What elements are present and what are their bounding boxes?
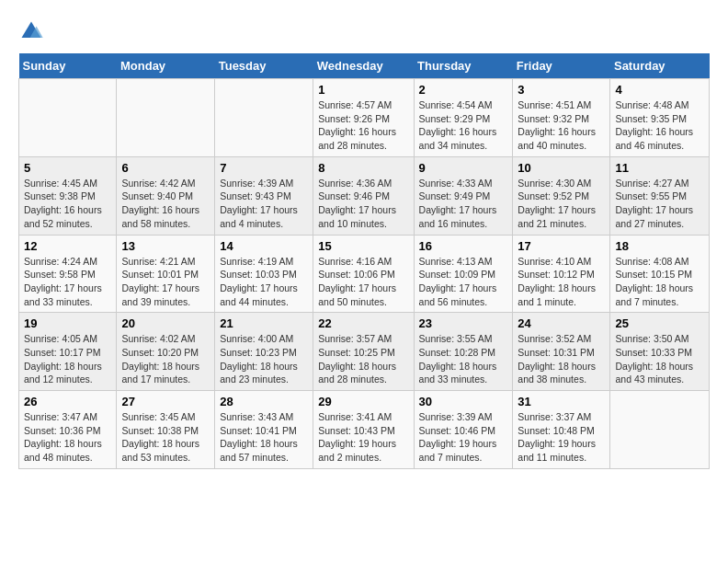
calendar-cell: 7Sunrise: 4:39 AM Sunset: 9:43 PM Daylig… [215, 156, 313, 235]
day-number: 20 [121, 316, 210, 330]
calendar-cell: 11Sunrise: 4:27 AM Sunset: 9:55 PM Dayli… [610, 156, 710, 235]
calendar-cell: 26Sunrise: 3:47 AM Sunset: 10:36 PM Dayl… [19, 391, 117, 469]
week-row-3: 19Sunrise: 4:05 AM Sunset: 10:17 PM Dayl… [19, 313, 710, 391]
day-number: 9 [419, 161, 508, 175]
day-number: 13 [121, 239, 210, 253]
calendar-cell: 8Sunrise: 4:36 AM Sunset: 9:46 PM Daylig… [313, 156, 414, 235]
calendar-cell: 12Sunrise: 4:24 AM Sunset: 9:58 PM Dayli… [19, 235, 117, 313]
calendar-cell: 1Sunrise: 4:57 AM Sunset: 9:26 PM Daylig… [313, 79, 414, 157]
calendar-page: SundayMondayTuesdayWednesdayThursdayFrid… [0, 0, 728, 478]
day-number: 15 [318, 239, 408, 253]
calendar-cell: 14Sunrise: 4:19 AM Sunset: 10:03 PM Dayl… [215, 235, 313, 313]
day-number: 4 [615, 83, 704, 97]
calendar-cell: 15Sunrise: 4:16 AM Sunset: 10:06 PM Dayl… [313, 235, 414, 313]
day-info: Sunrise: 4:33 AM Sunset: 9:49 PM Dayligh… [419, 177, 508, 231]
day-number: 10 [518, 161, 605, 175]
day-number: 31 [518, 395, 605, 408]
day-number: 7 [220, 161, 308, 175]
day-info: Sunrise: 4:05 AM Sunset: 10:17 PM Daylig… [24, 332, 111, 386]
day-number: 25 [615, 316, 704, 330]
day-number: 22 [318, 316, 408, 330]
calendar-cell: 17Sunrise: 4:10 AM Sunset: 10:12 PM Dayl… [513, 235, 610, 313]
day-info: Sunrise: 4:13 AM Sunset: 10:09 PM Daylig… [419, 255, 508, 309]
day-number: 3 [518, 83, 605, 97]
weekday-header-monday: Monday [117, 53, 215, 79]
day-info: Sunrise: 4:36 AM Sunset: 9:46 PM Dayligh… [318, 177, 408, 231]
day-number: 18 [615, 239, 704, 253]
day-info: Sunrise: 4:39 AM Sunset: 9:43 PM Dayligh… [220, 177, 308, 231]
day-info: Sunrise: 3:52 AM Sunset: 10:31 PM Daylig… [518, 332, 605, 386]
calendar-cell: 25Sunrise: 3:50 AM Sunset: 10:33 PM Dayl… [610, 313, 710, 391]
day-info: Sunrise: 4:45 AM Sunset: 9:38 PM Dayligh… [24, 177, 111, 231]
day-number: 2 [419, 83, 508, 97]
calendar-cell: 6Sunrise: 4:42 AM Sunset: 9:40 PM Daylig… [117, 156, 215, 235]
day-info: Sunrise: 3:37 AM Sunset: 10:48 PM Daylig… [518, 410, 605, 465]
calendar-cell: 9Sunrise: 4:33 AM Sunset: 9:49 PM Daylig… [414, 156, 513, 235]
day-info: Sunrise: 4:54 AM Sunset: 9:29 PM Dayligh… [419, 98, 508, 153]
calendar-cell [19, 79, 117, 157]
day-info: Sunrise: 3:41 AM Sunset: 10:43 PM Daylig… [318, 410, 408, 465]
weekday-header-thursday: Thursday [414, 53, 513, 79]
day-info: Sunrise: 4:10 AM Sunset: 10:12 PM Daylig… [518, 255, 605, 309]
calendar-cell: 30Sunrise: 3:39 AM Sunset: 10:46 PM Dayl… [414, 391, 513, 469]
day-number: 23 [419, 316, 508, 330]
weekday-header-wednesday: Wednesday [313, 53, 414, 79]
calendar-table: SundayMondayTuesdayWednesdayThursdayFrid… [18, 53, 710, 469]
day-number: 11 [615, 161, 704, 175]
day-info: Sunrise: 3:47 AM Sunset: 10:36 PM Daylig… [24, 410, 111, 465]
day-info: Sunrise: 4:48 AM Sunset: 9:35 PM Dayligh… [615, 98, 704, 153]
logo-icon [18, 18, 44, 44]
day-number: 19 [24, 316, 111, 330]
calendar-cell [117, 79, 215, 157]
calendar-cell: 13Sunrise: 4:21 AM Sunset: 10:01 PM Dayl… [117, 235, 215, 313]
calendar-cell: 16Sunrise: 4:13 AM Sunset: 10:09 PM Dayl… [414, 235, 513, 313]
day-number: 27 [121, 395, 210, 408]
calendar-cell: 27Sunrise: 3:45 AM Sunset: 10:38 PM Dayl… [117, 391, 215, 469]
day-info: Sunrise: 3:55 AM Sunset: 10:28 PM Daylig… [419, 332, 508, 386]
calendar-cell: 22Sunrise: 3:57 AM Sunset: 10:25 PM Dayl… [313, 313, 414, 391]
day-number: 5 [24, 161, 111, 175]
day-info: Sunrise: 4:51 AM Sunset: 9:32 PM Dayligh… [518, 98, 605, 153]
day-number: 1 [318, 83, 408, 97]
calendar-cell: 24Sunrise: 3:52 AM Sunset: 10:31 PM Dayl… [513, 313, 610, 391]
day-number: 8 [318, 161, 408, 175]
day-info: Sunrise: 4:16 AM Sunset: 10:06 PM Daylig… [318, 255, 408, 309]
day-info: Sunrise: 4:42 AM Sunset: 9:40 PM Dayligh… [121, 177, 210, 231]
day-info: Sunrise: 3:45 AM Sunset: 10:38 PM Daylig… [121, 410, 210, 465]
header [18, 18, 710, 44]
calendar-cell: 10Sunrise: 4:30 AM Sunset: 9:52 PM Dayli… [513, 156, 610, 235]
day-number: 30 [419, 395, 508, 408]
calendar-cell: 18Sunrise: 4:08 AM Sunset: 10:15 PM Dayl… [610, 235, 710, 313]
day-number: 26 [24, 395, 111, 408]
calendar-cell: 4Sunrise: 4:48 AM Sunset: 9:35 PM Daylig… [610, 79, 710, 157]
calendar-cell: 2Sunrise: 4:54 AM Sunset: 9:29 PM Daylig… [414, 79, 513, 157]
day-number: 28 [220, 395, 308, 408]
calendar-cell: 3Sunrise: 4:51 AM Sunset: 9:32 PM Daylig… [513, 79, 610, 157]
weekday-header-saturday: Saturday [610, 53, 710, 79]
day-info: Sunrise: 4:24 AM Sunset: 9:58 PM Dayligh… [24, 255, 111, 309]
day-number: 6 [121, 161, 210, 175]
weekday-header-sunday: Sunday [19, 53, 117, 79]
day-number: 29 [318, 395, 408, 408]
day-number: 21 [220, 316, 308, 330]
day-info: Sunrise: 4:02 AM Sunset: 10:20 PM Daylig… [121, 332, 210, 386]
calendar-cell [610, 391, 710, 469]
calendar-cell: 21Sunrise: 4:00 AM Sunset: 10:23 PM Dayl… [215, 313, 313, 391]
day-number: 16 [419, 239, 508, 253]
day-info: Sunrise: 4:21 AM Sunset: 10:01 PM Daylig… [121, 255, 210, 309]
day-number: 17 [518, 239, 605, 253]
week-row-0: 1Sunrise: 4:57 AM Sunset: 9:26 PM Daylig… [19, 79, 710, 157]
day-info: Sunrise: 4:30 AM Sunset: 9:52 PM Dayligh… [518, 177, 605, 231]
day-info: Sunrise: 4:08 AM Sunset: 10:15 PM Daylig… [615, 255, 704, 309]
calendar-cell [215, 79, 313, 157]
week-row-4: 26Sunrise: 3:47 AM Sunset: 10:36 PM Dayl… [19, 391, 710, 469]
day-info: Sunrise: 3:43 AM Sunset: 10:41 PM Daylig… [220, 410, 308, 465]
weekday-header-tuesday: Tuesday [215, 53, 313, 79]
calendar-cell: 20Sunrise: 4:02 AM Sunset: 10:20 PM Dayl… [117, 313, 215, 391]
calendar-cell: 28Sunrise: 3:43 AM Sunset: 10:41 PM Dayl… [215, 391, 313, 469]
weekday-header-friday: Friday [513, 53, 610, 79]
logo [18, 18, 48, 44]
day-info: Sunrise: 3:39 AM Sunset: 10:46 PM Daylig… [419, 410, 508, 465]
day-info: Sunrise: 4:57 AM Sunset: 9:26 PM Dayligh… [318, 98, 408, 153]
day-number: 14 [220, 239, 308, 253]
